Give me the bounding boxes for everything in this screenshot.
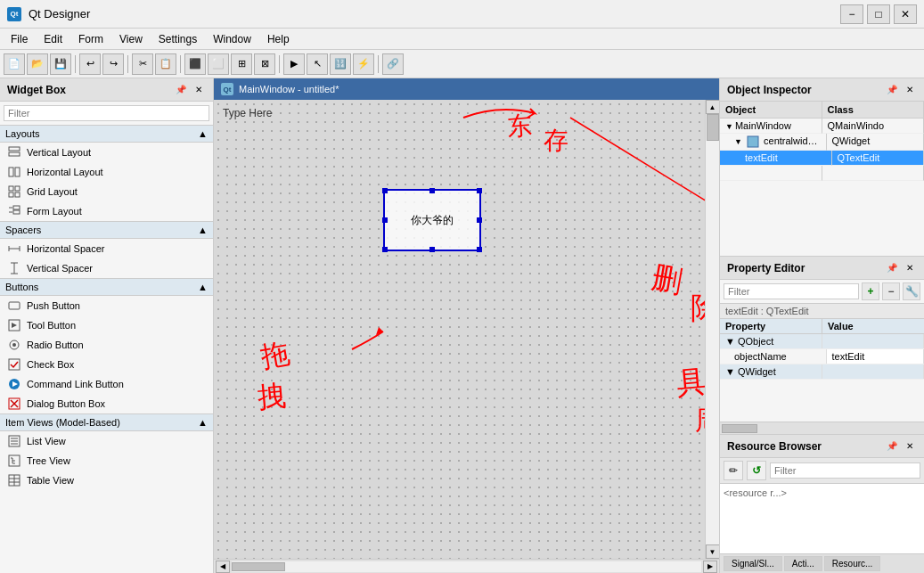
inspector-close[interactable]: ✕ (903, 83, 917, 97)
menu-edit[interactable]: Edit (37, 31, 70, 47)
widget-vertical-layout[interactable]: Vertical Layout (0, 143, 213, 162)
inspector-pin[interactable]: 📌 (885, 83, 899, 97)
section-layouts[interactable]: Layouts ▲ (0, 125, 213, 143)
scroll-up[interactable]: ▲ (706, 100, 720, 114)
property-close[interactable]: ✕ (903, 261, 917, 275)
close-button[interactable]: ✕ (894, 4, 917, 24)
menu-window[interactable]: Window (206, 31, 258, 47)
toolbar-layout-v[interactable]: ⬜ (208, 53, 229, 75)
property-add-btn[interactable]: + (862, 282, 879, 300)
resize-handle-tl[interactable] (382, 188, 388, 193)
widget-horizontal-spacer[interactable]: Horizontal Spacer (0, 239, 213, 258)
toolbar-tab-order[interactable]: 🔢 (330, 53, 351, 75)
resize-handle-tm[interactable] (429, 188, 435, 193)
property-row-objectname[interactable]: objectName textEdit (720, 349, 924, 364)
filter-input[interactable] (4, 105, 209, 121)
toolbar-buddy[interactable]: 🔗 (382, 53, 404, 75)
property-section-qwidget[interactable]: ▼ QWidget (720, 364, 924, 380)
toolbar-save[interactable]: 💾 (50, 53, 71, 75)
section-spacers-label: Spacers (5, 225, 41, 235)
property-filter-input[interactable] (724, 283, 859, 299)
toolbar-layout-h[interactable]: ⬛ (184, 53, 206, 75)
canvas-scrollbar-h[interactable]: ◀ ▶ (214, 559, 719, 573)
widget-radio-button[interactable]: Radio Button (0, 335, 213, 355)
maximize-button[interactable]: □ (867, 4, 890, 24)
property-wrench-btn[interactable]: 🔧 (903, 282, 920, 300)
canvas-body[interactable]: Type Here 你大爷的 (214, 100, 705, 559)
inspector-textedit-object: textEdit (720, 151, 832, 166)
menu-view[interactable]: View (112, 31, 150, 47)
tab-signal-slot[interactable]: Signal/Sl... (724, 556, 782, 571)
menu-form[interactable]: Form (71, 31, 110, 47)
minimize-button[interactable]: − (840, 4, 863, 24)
widget-box-close[interactable]: ✕ (192, 83, 206, 97)
scroll-down[interactable]: ▼ (706, 544, 720, 559)
scroll-left[interactable]: ◀ (216, 561, 230, 573)
object-inspector-header: Object Inspector 📌 ✕ (720, 78, 924, 102)
property-objectname-value[interactable]: textEdit (827, 349, 925, 364)
toolbar-new[interactable]: 📄 (4, 53, 25, 75)
property-section-qobject[interactable]: ▼ QObject (720, 334, 924, 349)
scroll-thumb[interactable] (707, 114, 719, 141)
svg-marker-20 (12, 323, 17, 328)
toolbar-layout-g[interactable]: ⊞ (231, 53, 252, 75)
inspector-row-centralwidget[interactable]: ▼ centralwidget QWidget (720, 134, 924, 151)
inspector-row-mainwindow[interactable]: ▼MainWindow QMainWindo (720, 119, 924, 134)
toolbar-preview[interactable]: ▶ (283, 53, 305, 75)
widget-form-layout[interactable]: Form Layout (0, 201, 213, 221)
resource-pin[interactable]: 📌 (885, 439, 899, 454)
section-spacers[interactable]: Spacers ▲ (0, 221, 213, 239)
tab-resource[interactable]: Resourc... (824, 556, 881, 571)
toolbar-undo[interactable]: ↩ (79, 53, 101, 75)
resource-refresh-btn[interactable]: ↺ (747, 461, 766, 480)
widget-check-box[interactable]: Check Box (0, 355, 213, 374)
widget-command-link-button[interactable]: Command Link Button (0, 374, 213, 394)
resize-handle-bm[interactable] (429, 247, 435, 252)
menu-settings[interactable]: Settings (151, 31, 204, 47)
property-pin[interactable]: 📌 (885, 261, 899, 275)
widget-horizontal-layout[interactable]: Horizontal Layout (0, 162, 213, 182)
resize-handle-tr[interactable] (477, 188, 482, 193)
section-buttons[interactable]: Buttons ▲ (0, 278, 213, 296)
canvas-row: Type Here 你大爷的 (214, 100, 719, 559)
hscroll-thumb[interactable] (232, 562, 285, 571)
widget-push-button[interactable]: Push Button (0, 296, 213, 315)
toolbar: 📄 📂 💾 ↩ ↪ ✂ 📋 ⬛ ⬜ ⊞ ⊠ ▶ ↖ 🔢 ⚡ 🔗 (0, 50, 924, 78)
toolbar-sep-4 (279, 55, 280, 73)
toolbar-copy[interactable]: 📋 (155, 53, 176, 75)
canvas-header-icon: Qt (221, 83, 233, 95)
resource-filter-input[interactable] (770, 462, 920, 479)
widget-table-view[interactable]: Table View (0, 471, 213, 490)
section-item-views[interactable]: Item Views (Model-Based) ▲ (0, 413, 213, 431)
toolbar-layout-f[interactable]: ⊠ (254, 53, 275, 75)
menu-help[interactable]: Help (260, 31, 297, 47)
widget-box-pin[interactable]: 📌 (174, 83, 188, 97)
resource-close[interactable]: ✕ (903, 439, 917, 454)
resize-handle-br[interactable] (477, 247, 482, 252)
inspector-row-textedit[interactable]: textEdit QTextEdit (720, 151, 924, 166)
toolbar-redo[interactable]: ↪ (102, 53, 124, 75)
widget-tool-button[interactable]: Tool Button (0, 315, 213, 335)
toolbar-cut[interactable]: ✂ (132, 53, 153, 75)
widget-tree-view[interactable]: Tree View (0, 451, 213, 471)
toolbar-open[interactable]: 📂 (27, 53, 48, 75)
widget-dialog-button-box[interactable]: Dialog Button Box (0, 394, 213, 413)
canvas-scrollbar-v[interactable]: ▲ ▼ (705, 100, 719, 559)
property-remove-btn[interactable]: − (882, 282, 900, 300)
resize-handle-ml[interactable] (382, 217, 388, 223)
toolbar-pointer[interactable]: ↖ (307, 53, 328, 75)
resize-handle-bl[interactable] (382, 247, 388, 252)
widget-vertical-spacer[interactable]: Vertical Spacer (0, 258, 213, 278)
widget-list-view[interactable]: List View (0, 431, 213, 451)
property-hscroll-thumb[interactable] (722, 424, 757, 433)
property-hscroll[interactable] (720, 422, 924, 434)
menu-file[interactable]: File (4, 31, 35, 47)
tab-action[interactable]: Acti... (784, 556, 822, 571)
selected-widget[interactable]: 你大爷的 (383, 189, 481, 251)
widget-grid-layout[interactable]: Grid Layout (0, 182, 213, 201)
resource-pencil-btn[interactable]: ✏ (724, 461, 743, 480)
toolbar-signal[interactable]: ⚡ (353, 53, 374, 75)
resize-handle-mr[interactable] (477, 217, 482, 223)
scroll-right[interactable]: ▶ (703, 561, 717, 573)
section-buttons-arrow: ▲ (198, 282, 208, 292)
